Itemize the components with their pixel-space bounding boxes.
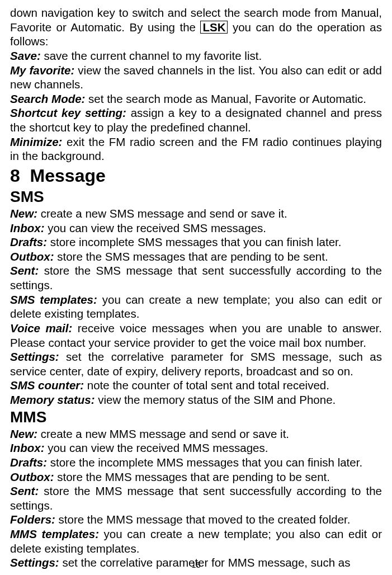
mms-drafts: Drafts: store the incomplete MMS message… <box>10 455 382 470</box>
desc-search-mode: set the search mode as Manual, Favorite … <box>85 92 366 105</box>
term-mms-templates: MMS templates: <box>10 527 99 540</box>
desc-sms-new: create a new SMS message and send or sav… <box>37 207 287 220</box>
sms-settings: Settings: set the correlative parameter … <box>10 350 382 378</box>
term-mms-folders: Folders: <box>10 513 55 526</box>
fm-search-mode: Search Mode: set the search mode as Manu… <box>10 92 382 106</box>
fm-minimize: Minimize: exit the FM radio screen and t… <box>10 135 382 163</box>
mms-outbox: Outbox: store the MMS messages that are … <box>10 470 382 484</box>
lsk-box: LSK <box>200 21 228 34</box>
term-mms-outbox: Outbox: <box>10 470 54 483</box>
term-minimize: Minimize: <box>10 135 62 148</box>
desc-mms-outbox: store the MMS messages that are pending … <box>54 470 330 483</box>
term-sms-new: New: <box>10 207 37 220</box>
intro-paragraph: down navigation key to switch and select… <box>10 6 382 49</box>
desc-mms-folders: store the MMS message that moved to the … <box>55 513 351 526</box>
term-sms-sent: Sent: <box>10 264 39 277</box>
desc-mms-drafts: store the incomplete MMS messages that y… <box>47 456 362 469</box>
sms-drafts: Drafts: store incomplete SMS messages th… <box>10 235 382 249</box>
term-favorite: My favorite: <box>10 64 74 77</box>
fm-shortcut: Shortcut key setting: assign a key to a … <box>10 106 382 134</box>
term-sms-outbox: Outbox: <box>10 250 54 263</box>
section-title: Message <box>30 166 106 186</box>
sms-voicemail: Voice mail: receive voice messages when … <box>10 321 382 350</box>
term-shortcut: Shortcut key setting: <box>10 106 126 119</box>
mms-new: New: create a new MMS message and send o… <box>10 427 382 441</box>
desc-sms-inbox: you can view the received SMS messages. <box>45 221 267 234</box>
document-page: down navigation key to switch and select… <box>0 0 392 575</box>
sms-counter: SMS counter: note the counter of total s… <box>10 378 382 393</box>
section-heading: 8 Message <box>10 164 382 187</box>
mms-templates: MMS templates: you can create a new temp… <box>10 527 382 555</box>
desc-mms-inbox: you can view the received MMS messages. <box>45 441 268 454</box>
sms-memory: Memory status: view the memory status of… <box>10 393 382 407</box>
desc-mms-new: create a new MMS message and send or sav… <box>37 427 289 440</box>
term-mms-inbox: Inbox: <box>10 441 45 454</box>
mms-sent: Sent: store the MMS message that sent su… <box>10 484 382 512</box>
term-save: Save: <box>10 49 41 62</box>
fm-save: Save: save the current channel to my fav… <box>10 49 382 63</box>
term-sms-settings: Settings: <box>10 350 59 363</box>
sms-templates: SMS templates: you can create a new temp… <box>10 293 382 321</box>
mms-folders: Folders: store the MMS message that move… <box>10 512 382 527</box>
term-sms-drafts: Drafts: <box>10 235 47 248</box>
term-sms-templates: SMS templates: <box>10 293 97 306</box>
desc-mms-sent: store the MMS message that sent successf… <box>10 484 382 512</box>
desc-minimize: exit the FM radio screen and the FM radi… <box>10 135 382 163</box>
desc-save: save the current channel to my favorite … <box>41 49 262 62</box>
term-mms-new: New: <box>10 427 37 440</box>
page-number: 15 <box>0 560 392 571</box>
term-sms-counter: SMS counter: <box>10 379 84 392</box>
sms-inbox: Inbox: you can view the received SMS mes… <box>10 221 382 235</box>
desc-sms-sent: store the SMS message that sent successf… <box>10 264 382 291</box>
term-search-mode: Search Mode: <box>10 92 85 105</box>
sms-new: New: create a new SMS message and send o… <box>10 206 382 221</box>
sms-sent: Sent: store the SMS message that sent su… <box>10 263 382 292</box>
term-mms-sent: Sent: <box>10 484 39 497</box>
desc-sms-memory: view the memory status of the SIM and Ph… <box>95 393 336 406</box>
term-sms-inbox: Inbox: <box>10 221 45 234</box>
term-mms-drafts: Drafts: <box>10 456 47 469</box>
desc-sms-counter: note the counter of total sent and total… <box>84 379 329 392</box>
sms-heading: SMS <box>10 187 382 206</box>
fm-favorite: My favorite: view the saved channels in … <box>10 63 382 92</box>
section-number: 8 <box>10 166 20 186</box>
desc-sms-outbox: store the SMS messages that are pending … <box>54 250 328 263</box>
term-sms-voicemail: Voice mail: <box>10 322 72 334</box>
mms-heading: MMS <box>10 407 382 427</box>
desc-sms-settings: set the correlative parameter for SMS me… <box>10 350 382 378</box>
term-sms-memory: Memory status: <box>10 393 95 406</box>
sms-outbox: Outbox: store the SMS messages that are … <box>10 249 382 264</box>
mms-inbox: Inbox: you can view the received MMS mes… <box>10 441 382 455</box>
desc-sms-drafts: store incomplete SMS messages that you c… <box>47 235 341 248</box>
